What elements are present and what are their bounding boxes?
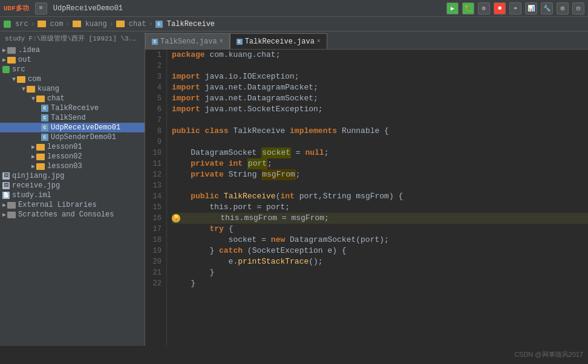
udpreceive-class-icon: C bbox=[41, 124, 48, 131]
code-line-13 bbox=[172, 180, 588, 191]
build-btn[interactable]: ⚙ bbox=[478, 2, 490, 15]
out-folder-icon bbox=[7, 57, 16, 63]
talkreceive-tree-label: TalkReceive bbox=[51, 104, 99, 112]
ln-12: 12 bbox=[148, 169, 162, 180]
breadcrumb-talkreceive[interactable]: C TalkReceive bbox=[155, 20, 215, 28]
arrow-extlibs: ▶ bbox=[2, 201, 6, 209]
lesson01-label: lesson01 bbox=[47, 143, 82, 151]
tools-btn[interactable]: 🔧 bbox=[541, 2, 553, 15]
sidebar-item-chat[interactable]: ▼ chat bbox=[0, 94, 145, 103]
talkreceive-tab-close[interactable]: × bbox=[317, 38, 321, 45]
kuang-icon bbox=[73, 21, 81, 27]
sidebar-item-udpreceive[interactable]: C UdpReceiveDemo01 bbox=[0, 123, 145, 132]
sidebar-item-src[interactable]: src bbox=[0, 65, 145, 74]
ln-4: 4 bbox=[148, 82, 162, 93]
ln-19: 19 bbox=[148, 245, 162, 256]
receive-label: receive.jpg bbox=[12, 181, 60, 190]
ln-22: 22 bbox=[148, 278, 162, 289]
sep1: › bbox=[31, 20, 35, 28]
sidebar-item-external-libs[interactable]: ▶ External Libraries bbox=[0, 200, 145, 210]
sdk-btn[interactable]: ⊞ bbox=[557, 2, 569, 15]
sidebar: study F:\班级管理\西开 [19921] \3. 代码 ▶ .idea … bbox=[0, 31, 145, 346]
sidebar-item-com[interactable]: ▼ com bbox=[0, 74, 145, 84]
extra-btn[interactable]: ⊟ bbox=[572, 2, 584, 15]
chat-icon bbox=[116, 21, 125, 27]
sidebar-item-talksend[interactable]: C TalkSend bbox=[0, 113, 145, 123]
code-line-10: DatagramSocket socket = null; bbox=[172, 148, 588, 158]
ln-18: 18 bbox=[148, 235, 162, 245]
code-line-12: private String msgFrom; bbox=[172, 169, 588, 180]
com-label: com bbox=[28, 75, 41, 83]
ln-14: 14 bbox=[148, 191, 162, 202]
project-title: UdpReceiveDemo01 bbox=[53, 4, 123, 13]
sidebar-item-idea[interactable]: ▶ .idea bbox=[0, 45, 145, 55]
tab-talkreceive[interactable]: C TalkReceive.java × bbox=[230, 33, 327, 49]
sidebar-item-kuang[interactable]: ▼ kuang bbox=[0, 84, 145, 94]
breadcrumb-kuang-label: kuang bbox=[85, 20, 107, 28]
sep2: › bbox=[65, 20, 70, 28]
arrow-out: ▶ bbox=[2, 56, 6, 63]
talksend-class-icon: C bbox=[41, 114, 48, 122]
breadcrumb-src[interactable]: src bbox=[4, 20, 28, 28]
sidebar-item-qinjiang[interactable]: 🖼 qinjiang.jpg bbox=[0, 171, 145, 181]
code-line-16: 💡 this.msgFrom = msgFrom; bbox=[172, 213, 588, 224]
code-line-21: } bbox=[172, 267, 588, 278]
study-iml-label: study.iml bbox=[12, 191, 51, 200]
breadcrumb-com[interactable]: com bbox=[38, 20, 64, 28]
tab-talksend[interactable]: C TalkSend.java × bbox=[145, 33, 230, 49]
ln-8: 8 bbox=[148, 126, 162, 137]
extlibs-folder-icon bbox=[7, 202, 16, 209]
sidebar-item-talkreceive[interactable]: C TalkReceive bbox=[0, 103, 145, 113]
run-btn[interactable]: ▶ bbox=[446, 2, 459, 15]
sidebar-item-study-iml[interactable]: 📄 study.iml bbox=[0, 190, 145, 200]
lesson02-label: lesson02 bbox=[47, 152, 82, 161]
coverage-btn[interactable]: ☂ bbox=[509, 2, 521, 15]
ln-5: 5 bbox=[148, 93, 162, 104]
debug-btn[interactable]: 🐛 bbox=[462, 2, 474, 15]
code-line-9 bbox=[172, 137, 588, 148]
arrow-com: ▼ bbox=[12, 76, 16, 83]
breadcrumb-com-label: com bbox=[50, 20, 64, 28]
code-line-17: try { bbox=[172, 224, 588, 235]
breadcrumb-chat-label: chat bbox=[129, 20, 146, 28]
idea-folder-icon bbox=[7, 47, 16, 54]
breadcrumb-kuang[interactable]: kuang bbox=[73, 20, 107, 28]
ln-6: 6 bbox=[148, 104, 162, 115]
code-editor[interactable]: 1 2 3 4 5 6 7 8 9 10 11 12 13 14 15 16 1… bbox=[145, 50, 588, 346]
code-content[interactable]: package com.kuang.chat; import java.io.I… bbox=[167, 50, 588, 346]
sidebar-item-receive[interactable]: 🖼 receive.jpg bbox=[0, 181, 145, 190]
kuang-label: kuang bbox=[38, 85, 59, 93]
talkreceive-class-icon: C bbox=[41, 105, 48, 112]
arrow-chat: ▼ bbox=[31, 96, 35, 102]
chat-label: chat bbox=[47, 94, 65, 103]
breadcrumb-talkreceive-label: TalkReceive bbox=[167, 20, 215, 28]
sidebar-item-lesson01[interactable]: ▶ lesson01 bbox=[0, 142, 145, 152]
app-logo: UDF多功 bbox=[4, 4, 29, 13]
stop-btn[interactable]: ■ bbox=[494, 2, 506, 15]
menu-btn[interactable]: ≡ bbox=[35, 2, 47, 15]
ln-16: 16 bbox=[148, 213, 162, 224]
udpsender-tree-label: UdpSenderDemo01 bbox=[51, 133, 116, 141]
sidebar-item-udpsender[interactable]: C UdpSenderDemo01 bbox=[0, 132, 145, 142]
ln-7: 7 bbox=[148, 115, 162, 126]
arrow-lesson01: ▶ bbox=[31, 143, 35, 151]
sidebar-item-lesson03[interactable]: ▶ lesson03 bbox=[0, 161, 145, 171]
top-toolbar: UDF多功 ≡ UdpReceiveDemo01 ▶ 🐛 ⚙ ■ ☂ 📊 🔧 ⊞… bbox=[0, 0, 588, 17]
editor-area: C TalkSend.java × C TalkReceive.java × 1… bbox=[145, 31, 588, 346]
sidebar-item-scratches[interactable]: ▶ Scratches and Consoles bbox=[0, 210, 145, 219]
talksend-tab-close[interactable]: × bbox=[220, 38, 223, 45]
src-label: src bbox=[12, 65, 25, 74]
ln-10: 10 bbox=[148, 148, 162, 158]
code-line-18: socket = new DatagramSocket(port); bbox=[172, 235, 588, 245]
ln-11: 11 bbox=[148, 158, 162, 169]
sidebar-item-out[interactable]: ▶ out bbox=[0, 55, 145, 65]
profile-btn[interactable]: 📊 bbox=[525, 2, 537, 15]
code-line-19: } catch (SocketException e) { bbox=[172, 245, 588, 256]
sidebar-item-lesson02[interactable]: ▶ lesson02 bbox=[0, 152, 145, 161]
code-line-8: ▶ public class TalkReceive implements Ru… bbox=[172, 126, 588, 137]
main-layout: study F:\班级管理\西开 [19921] \3. 代码 ▶ .idea … bbox=[0, 31, 588, 346]
arrow-kuang: ▼ bbox=[22, 86, 25, 93]
breadcrumb-chat[interactable]: chat bbox=[116, 20, 146, 28]
code-line-14: ▶ public TalkReceive(int port,String msg… bbox=[172, 191, 588, 202]
sidebar-header: study F:\班级管理\西开 [19921] \3. 代码 bbox=[0, 31, 145, 45]
